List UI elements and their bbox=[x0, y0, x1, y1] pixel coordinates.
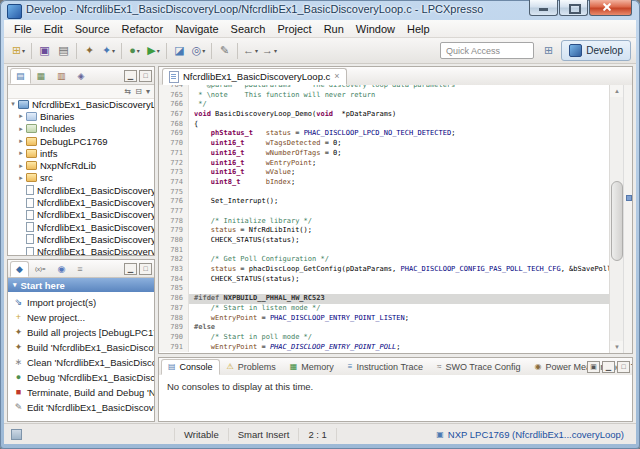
title-bar[interactable]: Develop - NfcrdlibEx1_BasicDiscoveryLoop… bbox=[0, 0, 640, 20]
code-line[interactable]: 780 CHECK_STATUS(status); bbox=[159, 236, 610, 246]
new-c-file-icon[interactable]: ◪ bbox=[171, 41, 188, 61]
quickstart-item[interactable]: +New project... bbox=[12, 310, 154, 325]
tree-item[interactable]: ▸Binaries bbox=[8, 110, 154, 122]
tree-item[interactable]: NfcrdlibEx1_BasicDiscoveryL... bbox=[8, 209, 154, 221]
quickstart-item[interactable]: ✦Build all projects [DebugLPC1769] bbox=[12, 325, 154, 340]
code-line[interactable]: 777 bbox=[159, 207, 610, 217]
tree-item[interactable]: ▸Includes bbox=[8, 123, 154, 135]
tree-item[interactable]: NfcrdlibEx1_BasicDiscoveryL... bbox=[8, 184, 154, 196]
console-tab-console[interactable]: ▤Console bbox=[161, 359, 220, 375]
open-console-icon[interactable]: ▣ bbox=[587, 361, 600, 373]
quickstart-item[interactable]: ∗Clean 'NfcrdlibEx1_BasicDiscover... bbox=[12, 355, 154, 370]
code-line[interactable]: 775 bbox=[159, 188, 610, 198]
target-link[interactable]: ▣ NXP LPC1769 (NfcrdlibEx1...coveryLoop) bbox=[436, 429, 624, 440]
code-line[interactable]: 784 CHECK_STATUS(status); bbox=[159, 275, 610, 285]
maximize-view-icon[interactable]: □ bbox=[617, 361, 630, 373]
code-line[interactable]: 767void BasicDiscoveryLoop_Demo(void *pD… bbox=[159, 110, 610, 120]
build-config-icon[interactable]: ✦▾ bbox=[100, 41, 117, 61]
code-line[interactable]: 783 status = phacDiscLoop_GetConfig(pDat… bbox=[159, 265, 610, 275]
tree-collapsed-arrow-icon[interactable]: ▸ bbox=[16, 174, 26, 182]
run-icon[interactable]: ▶▾ bbox=[145, 41, 162, 61]
code-line[interactable]: 779 status = NfcRdLibInit(); bbox=[159, 226, 610, 236]
code-line[interactable]: 765 * \note This function will never ret… bbox=[159, 91, 610, 101]
view-menu-icon[interactable]: ▾ bbox=[146, 88, 150, 96]
quickstart-item[interactable]: ⇘Import project(s) bbox=[12, 295, 154, 310]
menu-run[interactable]: Run bbox=[318, 22, 350, 36]
quick-access-input[interactable]: Quick Access bbox=[440, 42, 534, 59]
annotation-icon[interactable]: ✎ bbox=[216, 41, 233, 61]
tab-outline[interactable]: ≡ bbox=[71, 261, 88, 277]
minimize-button[interactable] bbox=[529, 0, 558, 16]
code-line[interactable]: 776 Set_Interrupt(); bbox=[159, 197, 610, 207]
tree-item[interactable]: ▾NfcrdlibEx1_BasicDiscoveryLoop bbox=[8, 98, 154, 110]
code-line[interactable]: 781 bbox=[159, 246, 610, 256]
tree-item[interactable]: NfcrdlibEx1_BasicDiscoveryL... bbox=[8, 233, 154, 245]
console-tab-swo-trace-config[interactable]: ≈SWO Trace Config bbox=[430, 359, 527, 375]
scroll-down-icon[interactable]: ▼ bbox=[610, 341, 624, 353]
menu-project[interactable]: Project bbox=[271, 22, 317, 36]
menu-file[interactable]: File bbox=[8, 22, 38, 36]
menu-window[interactable]: Window bbox=[350, 22, 401, 36]
menu-help[interactable]: Help bbox=[401, 22, 436, 36]
perspective-develop-button[interactable]: Develop bbox=[561, 40, 631, 61]
quickstart-item[interactable]: ■Terminate, Build and Debug 'Nfcr... bbox=[12, 385, 154, 400]
code-line[interactable]: 778 /* Initialize library */ bbox=[159, 217, 610, 227]
overview-ruler[interactable] bbox=[623, 85, 632, 353]
tree-item[interactable]: ▸NxpNfcRdLib bbox=[8, 159, 154, 171]
forward-icon[interactable]: →▾ bbox=[261, 41, 278, 61]
collapse-all-icon[interactable]: ⊟ bbox=[135, 88, 142, 96]
menu-search[interactable]: Search bbox=[225, 22, 272, 36]
debug-icon[interactable]: ●▾ bbox=[126, 41, 143, 61]
tab-project-explorer[interactable]: ▤ bbox=[10, 68, 31, 84]
tab-peripherals[interactable]: ▦ bbox=[31, 68, 52, 84]
build-all-icon[interactable]: ✦ bbox=[81, 41, 98, 61]
quickstart-item[interactable]: ✦Build 'NfcrdlibEx1_BasicDiscovery... bbox=[12, 340, 154, 355]
close-icon[interactable]: × bbox=[334, 72, 339, 81]
back-icon[interactable]: ←▾ bbox=[242, 41, 259, 61]
code-line[interactable]: 768{ bbox=[159, 120, 610, 130]
link-with-editor-icon[interactable]: ⇆ bbox=[125, 88, 132, 96]
code-line[interactable]: 782 /* Get Poll Configuration */ bbox=[159, 255, 610, 265]
tab-quickstart[interactable]: ◆ bbox=[10, 261, 29, 277]
minimize-view-icon[interactable]: ▁ bbox=[124, 263, 137, 275]
code-editor[interactable]: 764 * @param pDataParams The discovery l… bbox=[159, 85, 632, 353]
code-line[interactable]: 774 uint8_t bIndex; bbox=[159, 178, 610, 188]
minimize-view-icon[interactable]: ▁ bbox=[602, 361, 615, 373]
code-line[interactable]: 791 wEntryPoint = PHAC_DISCLOOP_ENTRY_PO… bbox=[159, 343, 610, 353]
tree-expanded-arrow-icon[interactable]: ▾ bbox=[8, 100, 18, 108]
print-icon[interactable]: ▤ bbox=[55, 41, 72, 61]
code-line[interactable]: 769 phStatus_t status = PHAC_DISCLOOP_LP… bbox=[159, 129, 610, 139]
editor-scrollbar[interactable]: ▲ ▼ bbox=[609, 85, 624, 353]
tab-registers[interactable]: ▥ bbox=[51, 68, 72, 84]
open-perspective-icon[interactable]: ⊞ bbox=[544, 44, 553, 57]
search-icon[interactable]: ◎▾ bbox=[190, 41, 207, 61]
code-line[interactable]: 786#ifdef NXPBUILD__PHHAL_HW_RC523 bbox=[159, 294, 610, 304]
tree-collapsed-arrow-icon[interactable]: ▸ bbox=[16, 125, 26, 133]
tree-collapsed-arrow-icon[interactable]: ▸ bbox=[16, 137, 26, 145]
code-line[interactable]: 788 wEntryPoint = PHAC_DISCLOOP_ENTRY_PO… bbox=[159, 314, 610, 324]
tree-item[interactable]: NfcrdlibEx1_BasicDiscoveryL... bbox=[8, 246, 154, 255]
editor-tab[interactable]: NfcrdlibEx1_BasicDiscoveryLoop.c × bbox=[162, 68, 347, 85]
code-line[interactable]: 770 uint16_t wTagsDetected = 0; bbox=[159, 139, 610, 149]
scrollbar-thumb[interactable] bbox=[611, 181, 623, 261]
scroll-up-icon[interactable]: ▲ bbox=[610, 85, 624, 97]
menu-navigate[interactable]: Navigate bbox=[169, 22, 224, 36]
minimize-view-icon[interactable]: ▁ bbox=[124, 70, 137, 82]
overview-marker[interactable] bbox=[626, 195, 632, 201]
code-line[interactable]: 787 /* Start in listen mode */ bbox=[159, 304, 610, 314]
tree-item[interactable]: ▸src bbox=[8, 172, 154, 184]
console-tab-problems[interactable]: ⚠Problems bbox=[220, 359, 283, 375]
tree-collapsed-arrow-icon[interactable]: ▸ bbox=[16, 149, 26, 157]
menu-source[interactable]: Source bbox=[69, 22, 116, 36]
tab-variables[interactable]: (x)= bbox=[29, 261, 52, 277]
quickstart-section-header[interactable]: ▾ Start here bbox=[8, 278, 154, 292]
code-line[interactable]: 790 /* Start in poll mode */ bbox=[159, 333, 610, 343]
new-wizard-icon[interactable]: ⊞▾ bbox=[10, 41, 27, 61]
maximize-view-icon[interactable]: □ bbox=[139, 263, 152, 275]
quickstart-item[interactable]: ●Debug 'NfcrdlibEx1_BasicDiscover... bbox=[12, 370, 154, 385]
tree-item[interactable]: NfcrdlibEx1_BasicDiscoveryL... bbox=[8, 196, 154, 208]
maximize-button[interactable] bbox=[559, 0, 588, 16]
tree-item[interactable]: NfcrdlibEx1_BasicDiscoveryL... bbox=[8, 221, 154, 233]
code-line[interactable]: 785 bbox=[159, 284, 610, 294]
tab-symbol-viewer[interactable]: ◈ bbox=[72, 68, 91, 84]
